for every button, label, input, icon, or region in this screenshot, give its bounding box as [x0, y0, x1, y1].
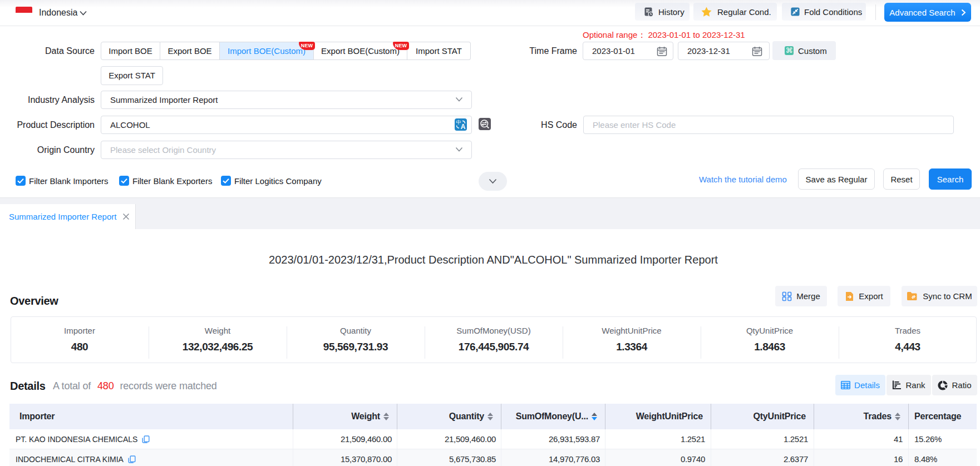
svg-text:A: A	[461, 123, 466, 131]
